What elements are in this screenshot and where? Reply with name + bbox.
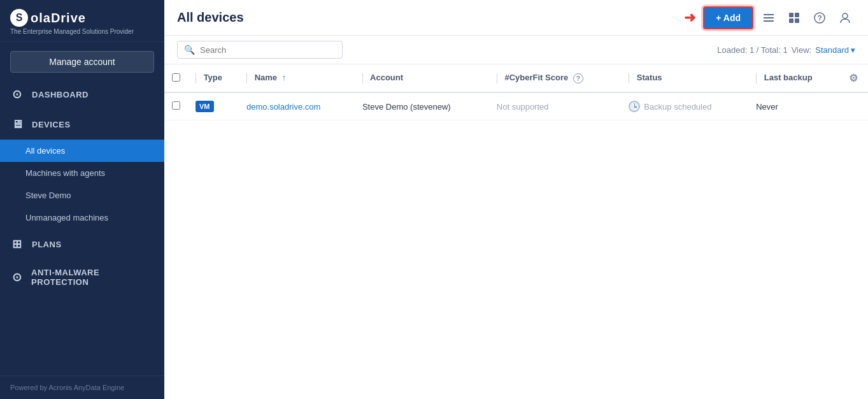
- last-backup-col-label: Last backup: [764, 73, 813, 82]
- help-button[interactable]: ?: [809, 8, 830, 28]
- sidebar-item-devices-label: DEVICES: [32, 120, 71, 129]
- svg-point-9: [843, 13, 848, 18]
- row-checkbox[interactable]: [172, 101, 180, 110]
- svg-rect-3: [789, 13, 793, 17]
- sidebar-item-dashboard[interactable]: ⊙ DASHBOARD: [0, 79, 164, 110]
- user-icon: [839, 11, 851, 24]
- table-header-row: Type Name ↑ Account #CyberFit Score: [164, 64, 868, 92]
- cyberfit-col-header[interactable]: #CyberFit Score ?: [489, 64, 621, 92]
- brand-logo: S olaDrive: [10, 9, 154, 27]
- svg-rect-0: [764, 14, 774, 15]
- sidebar-footer: Powered by Acronis AnyData Engine: [0, 375, 164, 399]
- add-button[interactable]: + Add: [703, 6, 753, 29]
- sidebar-subitem-all-devices[interactable]: All devices: [0, 140, 164, 162]
- account-col-header[interactable]: Account: [355, 64, 489, 92]
- brand-subtitle: The Enterprise Managed Solutions Provide…: [10, 28, 154, 35]
- list-view-icon: [762, 11, 775, 24]
- list-view-button[interactable]: [758, 8, 779, 28]
- page-title: All devices: [177, 10, 244, 25]
- type-col-header: Type: [188, 64, 239, 92]
- svg-rect-2: [764, 20, 774, 22]
- sidebar-item-devices[interactable]: 🖥 DEVICES: [0, 110, 164, 140]
- name-sort-icon: ↑: [282, 73, 287, 82]
- arrow-indicator-icon: ➜: [684, 10, 695, 26]
- svg-rect-5: [789, 18, 793, 23]
- table-settings-icon[interactable]: ⚙: [849, 73, 858, 83]
- sidebar-subitem-machines-with-agents[interactable]: Machines with agents: [0, 162, 164, 184]
- row-account-cell: Steve Demo (stevenew): [355, 92, 489, 120]
- plans-icon: ⊞: [10, 237, 24, 251]
- row-last-backup-cell: Never: [748, 92, 841, 120]
- sidebar-item-plans[interactable]: ⊞ PLANS: [0, 229, 164, 259]
- backup-status: Backup scheduled: [629, 101, 741, 112]
- sidebar: S olaDrive The Enterprise Managed Soluti…: [0, 0, 164, 399]
- backup-clock-icon: [629, 101, 640, 112]
- account-col-label: Account: [370, 73, 403, 82]
- sidebar-subitem-unmanaged-machines[interactable]: Unmanaged machines: [0, 207, 164, 229]
- row-settings-cell: [841, 92, 868, 120]
- shield-icon: ⊙: [10, 270, 24, 284]
- row-status-cell: Backup scheduled: [621, 92, 748, 120]
- devices-icon: 🖥: [10, 118, 24, 131]
- main-content: All devices ➜ + Add: [164, 0, 868, 399]
- cyberfit-not-supported: Not supported: [497, 102, 549, 112]
- device-name-link[interactable]: demo.soladrive.com: [246, 102, 320, 112]
- select-all-header[interactable]: [164, 64, 188, 92]
- svg-text:?: ?: [818, 14, 822, 22]
- view-label: View:: [792, 45, 812, 55]
- svg-rect-4: [795, 13, 799, 17]
- svg-rect-1: [764, 17, 774, 18]
- sidebar-item-anti-malware-label: ANTI-MALWARE PROTECTION: [31, 268, 154, 287]
- sidebar-subitem-steve-demo[interactable]: Steve Demo: [0, 184, 164, 207]
- svg-rect-6: [795, 18, 799, 23]
- vm-type-badge: VM: [196, 101, 214, 112]
- select-all-checkbox[interactable]: [172, 73, 180, 82]
- grid-view-button[interactable]: [784, 8, 804, 28]
- logo-area: S olaDrive The Enterprise Managed Soluti…: [0, 0, 164, 42]
- view-dropdown[interactable]: Standard ▾: [815, 45, 855, 55]
- page-header: All devices ➜ + Add: [164, 0, 868, 36]
- user-button[interactable]: [835, 8, 855, 28]
- status-col-label: Status: [637, 73, 662, 82]
- brand-name: olaDrive: [31, 11, 86, 25]
- backup-status-label: Backup scheduled: [644, 102, 711, 112]
- chevron-down-icon: ▾: [851, 45, 855, 55]
- sidebar-item-anti-malware[interactable]: ⊙ ANTI-MALWARE PROTECTION: [0, 259, 164, 295]
- last-backup-col-header[interactable]: Last backup: [748, 64, 841, 92]
- devices-table: Type Name ↑ Account #CyberFit Score: [164, 64, 868, 120]
- cyberfit-help-icon[interactable]: ?: [573, 73, 583, 83]
- sidebar-item-dashboard-label: DASHBOARD: [32, 90, 89, 99]
- dashboard-icon: ⊙: [10, 87, 24, 101]
- table-row: VM demo.soladrive.com Steve Demo (steven…: [164, 92, 868, 120]
- name-col-label: Name: [255, 73, 277, 82]
- toolbar: 🔍 Loaded: 1 / Total: 1 View: Standard ▾: [164, 36, 868, 64]
- row-cyberfit-cell: Not supported: [489, 92, 621, 120]
- status-col-header[interactable]: Status: [621, 64, 748, 92]
- row-type-cell: VM: [188, 92, 239, 120]
- help-circle-icon: ?: [813, 11, 826, 24]
- view-value: Standard: [815, 45, 849, 55]
- row-checkbox-cell[interactable]: [164, 92, 188, 120]
- type-col-label: Type: [204, 73, 222, 82]
- sidebar-item-plans-label: PLANS: [32, 240, 62, 249]
- manage-account-button[interactable]: Manage account: [10, 51, 154, 73]
- loaded-count: Loaded: 1 / Total: 1: [717, 45, 787, 55]
- devices-table-container: Type Name ↑ Account #CyberFit Score: [164, 64, 868, 399]
- name-col-header[interactable]: Name ↑: [239, 64, 355, 92]
- cyberfit-col-label: #CyberFit Score: [504, 73, 568, 82]
- row-name-cell[interactable]: demo.soladrive.com: [239, 92, 355, 120]
- search-box[interactable]: 🔍: [177, 41, 343, 59]
- search-input[interactable]: [200, 45, 336, 55]
- grid-view-icon: [788, 11, 800, 24]
- logo-circle-letter: S: [10, 9, 28, 27]
- header-actions: ➜ + Add ?: [684, 6, 855, 29]
- settings-col-header[interactable]: ⚙: [841, 64, 868, 92]
- loaded-info: Loaded: 1 / Total: 1 View: Standard ▾: [717, 45, 855, 55]
- search-icon: 🔍: [184, 45, 195, 55]
